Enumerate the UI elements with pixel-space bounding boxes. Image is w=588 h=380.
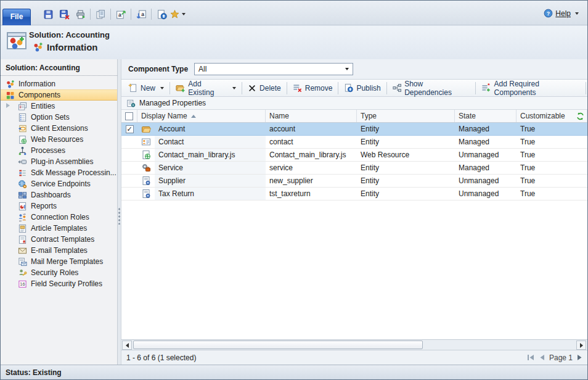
refresh-icon[interactable]	[576, 112, 585, 121]
new-icon	[128, 83, 137, 93]
sidebar-item-information[interactable]: Information	[1, 78, 117, 89]
crm-solution-window: File Help Solution: Accounting Informat	[0, 0, 588, 380]
managed-properties-icon	[126, 99, 136, 108]
previous-page-icon[interactable]	[539, 354, 545, 361]
sidebar-item-client-extensions[interactable]: Client Extensions	[1, 123, 117, 134]
publish-icon	[344, 83, 353, 93]
record-count: 1 - 6 of 6 (1 selected)	[126, 353, 196, 362]
sidebar-header: Solution: Accounting	[1, 59, 117, 76]
cell-state: Unmanaged	[455, 175, 517, 187]
scroll-right-icon	[580, 343, 583, 348]
new-button[interactable]: New	[124, 81, 168, 95]
scroll-left-button[interactable]	[122, 341, 132, 350]
mail-merge-templates-icon	[18, 257, 27, 266]
add-existing-button[interactable]: Add Existing	[171, 81, 240, 95]
sidebar-item-field-security-profiles[interactable]: Field Security Profiles	[1, 278, 117, 289]
button-label: Remove	[305, 84, 333, 93]
sidebar-item-components[interactable]: Components	[1, 89, 117, 101]
first-page-icon[interactable]	[527, 354, 535, 361]
cell-name: service	[266, 162, 357, 174]
publish-button[interactable]: Publish	[340, 81, 385, 95]
sidebar-item-entities[interactable]: Entities	[1, 101, 117, 112]
save-and-close-button[interactable]	[56, 7, 72, 22]
table-row[interactable]: Contact contact Entity Managed True	[121, 136, 587, 149]
sidebar-item-label: Option Sets	[31, 113, 70, 122]
publish-all-customizations-button[interactable]	[153, 7, 169, 22]
save-and-close-icon	[59, 9, 70, 20]
save-as-button[interactable]	[92, 7, 108, 22]
sidebar-item-mail-merge-templates[interactable]: Mail Merge Templates	[1, 256, 117, 267]
sidebar-item-option-sets[interactable]: Option Sets	[1, 112, 117, 123]
print-button[interactable]	[72, 7, 88, 22]
save-icon	[43, 9, 54, 20]
sidebar-item-label: Mail Merge Templates	[31, 257, 103, 266]
sidebar-item-processes[interactable]: Processes	[1, 145, 117, 156]
column-label: Display Name	[141, 112, 187, 120]
column-header-name[interactable]: Name	[266, 110, 357, 122]
select-all-checkbox[interactable]	[121, 110, 137, 122]
plugin-assemblies-icon	[18, 157, 27, 167]
sidebar-item-web-resources[interactable]: Web Resources	[1, 134, 117, 145]
sidebar-item-email-templates[interactable]: E-mail Templates	[1, 245, 117, 256]
file-menu-button[interactable]: File	[2, 9, 31, 25]
table-row[interactable]: ✓ Account account Entity Managed True	[121, 123, 587, 136]
delete-button[interactable]: Delete	[243, 81, 285, 95]
sidebar-item-plugin-assemblies[interactable]: Plug-in Assemblies	[1, 156, 117, 167]
table-row[interactable]: Contact_main_library.js Contact_main_lib…	[121, 149, 587, 162]
managed-properties-button[interactable]: Managed Properties	[121, 97, 587, 110]
column-header-type[interactable]: Type	[357, 110, 455, 122]
horizontal-scrollbar[interactable]	[121, 339, 587, 350]
table-row[interactable]: Supplier new_supplier Entity Unmanaged T…	[121, 175, 587, 188]
chevron-down-icon	[345, 68, 349, 70]
sidebar-item-reports[interactable]: Reports	[1, 200, 117, 212]
toolbar-separator	[386, 82, 387, 94]
sidebar-item-security-roles[interactable]: Security Roles	[1, 267, 117, 278]
sidebar-item-sdk-message-processing[interactable]: Sdk Message Processin...	[1, 167, 117, 178]
sidebar-item-connection-roles[interactable]: Connection Roles	[1, 212, 117, 223]
web-resources-icon	[18, 135, 27, 144]
table-row[interactable]: Service service Entity Managed True	[121, 162, 587, 175]
toolbar-separator	[242, 82, 242, 94]
sidebar-item-label: Plug-in Assemblies	[31, 157, 93, 166]
cell-customizable: True	[517, 149, 587, 161]
page-label: Page 1	[549, 353, 573, 362]
export-translations-button[interactable]	[113, 7, 129, 22]
column-header-state[interactable]: State	[455, 110, 517, 122]
sidebar-item-label: Dashboards	[31, 191, 71, 199]
toolbar-separator	[586, 82, 586, 94]
sidebar-item-article-templates[interactable]: Article Templates	[1, 223, 117, 234]
sidebar-item-label: E-mail Templates	[31, 246, 88, 255]
web-resource-icon	[141, 150, 151, 160]
sidebar-item-label: Article Templates	[31, 224, 87, 233]
remove-button[interactable]: Remove	[288, 81, 337, 95]
cell-customizable: True	[517, 162, 587, 174]
button-label: Show Dependencies	[404, 80, 470, 97]
table-row[interactable]: Tax Return tst_taxreturn Entity Unmanage…	[121, 188, 587, 200]
cell-state: Managed	[455, 162, 517, 174]
sidebar-item-service-endpoints[interactable]: Service Endpoints	[1, 178, 117, 189]
actions-button[interactable]	[169, 7, 186, 22]
show-dependencies-button[interactable]: Show Dependencies	[388, 81, 474, 95]
column-header-display-name[interactable]: Display Name	[137, 110, 266, 122]
custom-entity-icon	[141, 176, 151, 186]
toolbar-separator	[287, 82, 287, 94]
save-button[interactable]	[40, 7, 56, 22]
scroll-right-button[interactable]	[576, 341, 586, 350]
import-translations-button[interactable]	[133, 7, 149, 22]
sidebar-item-label: Sdk Message Processin...	[31, 168, 116, 177]
cell-customizable: True	[517, 175, 587, 187]
scrollbar-thumb[interactable]	[133, 341, 423, 349]
toolbar-separator	[131, 9, 131, 20]
add-required-components-button[interactable]: Add Required Components	[477, 81, 584, 95]
next-page-icon[interactable]	[577, 354, 582, 361]
sidebar-item-contract-templates[interactable]: Contract Templates	[1, 234, 117, 245]
checkbox-checked-icon[interactable]: ✓	[126, 125, 134, 133]
component-type-select[interactable]: All	[194, 63, 353, 75]
cell-name: new_supplier	[266, 175, 357, 187]
sidebar-item-dashboards[interactable]: Dashboards	[1, 189, 117, 200]
help-menu[interactable]: Help	[544, 9, 579, 18]
toolbar-separator	[475, 82, 476, 94]
sort-ascending-icon	[191, 115, 196, 118]
expand-arrow-icon[interactable]	[6, 103, 10, 108]
cell-type: Entity	[357, 188, 455, 200]
